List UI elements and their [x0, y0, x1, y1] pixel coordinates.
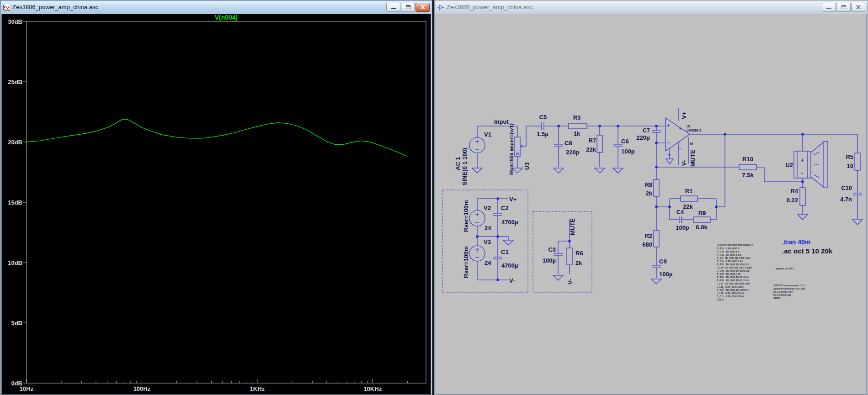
capacitor-c1[interactable]: C1 4700µ	[493, 248, 518, 269]
component-label: C3	[548, 246, 556, 253]
spice-netlist-potentiometer[interactable]: .SUBCKT potentiometer 1 2 3 .param w=lim…	[773, 284, 805, 300]
close-button[interactable]	[851, 3, 865, 12]
resistor-r6[interactable]: R6 2k	[567, 248, 583, 266]
minimize-button[interactable]	[386, 3, 400, 12]
opamp-u1[interactable]: U1 LM3886-2 V+ V- M MUTE	[666, 108, 701, 167]
resistor-r8[interactable]: R8 2k	[644, 179, 659, 197]
resistor-r7[interactable]: R7 22k	[586, 135, 602, 153]
component-value: 100µ	[659, 271, 672, 278]
window-title: Zes3886_power_amp_china.asc	[12, 4, 98, 11]
capacitor-c8[interactable]: C8 220p	[554, 140, 580, 156]
restore-button[interactable]	[401, 3, 415, 12]
minimize-button[interactable]	[822, 3, 836, 12]
mute-section[interactable]: C3 100µ R6 2k MUTE V-	[533, 211, 592, 292]
restore-button[interactable]	[836, 3, 851, 12]
component-label: V2	[484, 205, 491, 211]
frequency-response-plot[interactable]: 30dB25dB20dB15dB10dB5dB0dB10Hz100Hz1KHz1…	[2, 14, 431, 394]
component-label: U2	[785, 162, 793, 169]
component-value: 680	[642, 241, 652, 248]
trace-title[interactable]: V(n004)	[215, 14, 238, 21]
component-label: V3	[484, 239, 491, 246]
capacitor-c7[interactable]: C7 220p	[636, 127, 661, 141]
component-value: 220p	[636, 134, 650, 141]
wires[interactable]	[477, 126, 857, 280]
capacitor-c10[interactable]: C10 4.7n	[840, 184, 862, 203]
component-value: 220p	[566, 149, 580, 156]
spice-netlist-speaker[interactable]: .SUBCKT GENERICSPEAKER A B R_R29 B $N_00…	[717, 244, 753, 301]
component-value: 2k	[646, 190, 653, 197]
resistor-r9[interactable]: R9 6.8k	[693, 210, 710, 231]
capacitor-c5[interactable]: C5 1.5µ	[537, 114, 548, 137]
component-value: 0.22	[787, 197, 798, 204]
component-label: R8	[644, 181, 652, 188]
resistor-r10[interactable]: R10 7.5k	[739, 156, 756, 179]
component-label: R1	[685, 188, 693, 195]
waveform-pane[interactable]: 30dB25dB20dB15dB10dB5dB0dB10Hz100Hz1KHz1…	[1, 14, 431, 395]
trace-vn004	[27, 119, 407, 157]
component-value: 100p	[676, 224, 689, 231]
component-value: 2k	[575, 259, 582, 266]
resistor-r1[interactable]: R1 22k	[681, 188, 698, 210]
component-value: 4700µ	[501, 219, 518, 226]
net-label-vminus[interactable]: V-	[509, 277, 515, 284]
component-label: U1	[687, 125, 691, 128]
supply-section[interactable]: V2 24 Rser=100m V3 24 Rser=100m C2 4700µ	[442, 190, 528, 293]
restore-icon	[406, 5, 410, 9]
component-label: C8	[564, 140, 572, 147]
component-value: AC 1	[454, 157, 461, 170]
schematic-window: Zes3886_power_amp_china.asc	[434, 0, 868, 395]
component-value: Rser=100m	[463, 246, 469, 278]
x-tick-label: 100Hz	[133, 385, 151, 392]
component-value: 6.8k	[696, 224, 708, 231]
resistor-r2[interactable]: R2 680	[642, 231, 659, 248]
ground-symbols[interactable]	[472, 168, 863, 284]
capacitor-c6[interactable]: C6 100p	[613, 138, 635, 155]
waveform-window: Zes3886_power_amp_china.asc 30dB25dB20dB…	[0, 0, 432, 395]
net-label-input[interactable]: Input	[494, 118, 509, 125]
pin-label-vplus: V+	[681, 111, 687, 119]
capacitor-c9[interactable]: C9 100µ	[652, 258, 672, 278]
junction-dots	[476, 125, 804, 281]
directive-ac[interactable]: .ac oct 5 10 20k	[782, 247, 833, 255]
schematic-canvas[interactable]: V1 AC 1 SINE(0 1 100) Input U3 Rtot=50k …	[436, 14, 867, 395]
component-value: 1k	[574, 130, 580, 137]
component-label: R7	[588, 137, 596, 144]
component-value: Rser=100m	[463, 200, 469, 232]
component-value: 24	[485, 259, 491, 266]
net-label-mute[interactable]: MUTE	[569, 218, 576, 235]
voltage-source-v1[interactable]: V1 AC 1 SINE(0 1 100)	[454, 131, 491, 185]
resistor-r4[interactable]: R4 0.22	[787, 188, 805, 205]
speaker-u2[interactable]: + - U2	[785, 142, 828, 187]
net-label-vplus[interactable]: V+	[509, 196, 517, 203]
resistor-r5[interactable]: R5 10	[846, 153, 860, 170]
restore-icon	[841, 5, 846, 9]
component-label: V1	[484, 131, 491, 138]
pin-label-mute: M	[690, 142, 693, 145]
desktop: { "chart_data": { "type": "line", "title…	[0, 0, 868, 395]
capacitor-c2[interactable]: C2 4700µ	[493, 205, 518, 226]
capacitor-c3[interactable]: C3 100µ	[543, 246, 563, 264]
net-label-mute[interactable]: MUTE	[689, 150, 696, 167]
schematic-drawing[interactable]: V1 AC 1 SINE(0 1 100) Input U3 Rtot=50k …	[436, 14, 867, 394]
minimize-icon	[391, 5, 396, 9]
net-label-vminus[interactable]: V-	[567, 279, 574, 284]
minimize-icon	[826, 5, 831, 9]
spice-param-w1[interactable]: .param w1=0.5	[775, 267, 794, 270]
component-value: 4.7n	[840, 196, 852, 203]
y-tick-label: 15dB	[8, 199, 22, 206]
close-button[interactable]	[415, 3, 430, 12]
close-icon	[421, 5, 425, 9]
directive-tran[interactable]: .tran 40m	[782, 238, 810, 246]
component-value: 100µ	[543, 257, 556, 264]
component-value: 22k	[683, 203, 693, 210]
potentiometer-u3[interactable]: U3 Rtot=50k wiper={w1}	[509, 123, 530, 175]
close-icon	[856, 5, 861, 9]
y-tick-label: 20dB	[8, 139, 22, 146]
component-label: R4	[790, 188, 798, 195]
component-label: C7	[642, 127, 650, 134]
resistor-r3[interactable]: R3 1k	[569, 114, 587, 137]
component-label: R5	[846, 153, 853, 160]
schematic-titlebar[interactable]: Zes3886_power_amp_china.asc	[436, 1, 867, 13]
waveform-icon	[3, 4, 10, 11]
waveform-titlebar[interactable]: Zes3886_power_amp_china.asc	[1, 1, 431, 13]
